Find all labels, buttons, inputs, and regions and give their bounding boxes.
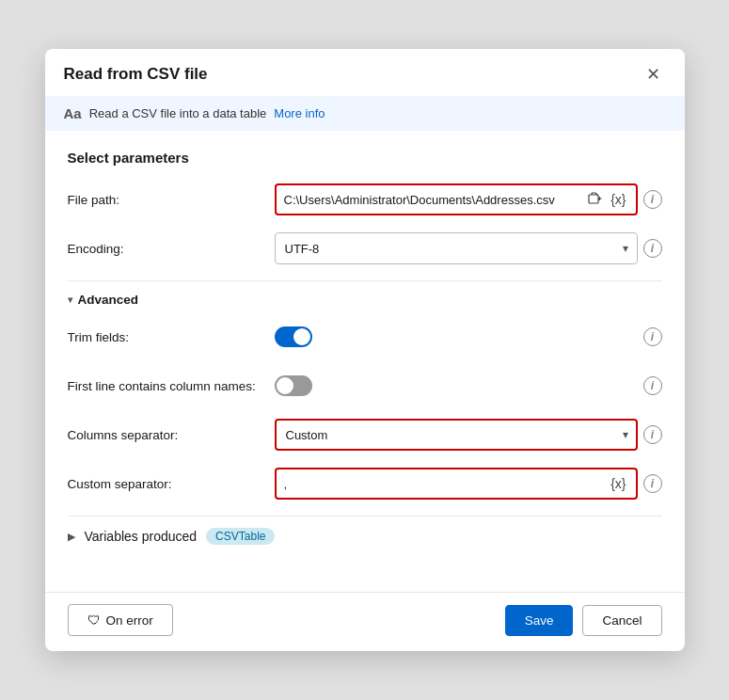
first-line-toggle-knob [277,377,293,394]
first-line-row: First line contains column names: i [68,369,662,403]
shield-icon: 🛡 [87,612,101,628]
dialog-footer: 🛡 On error Save Cancel [45,592,685,651]
trim-fields-row: Trim fields: i [68,320,662,354]
file-path-control-wrap: C:\Users\Administrator\Documents\Address… [275,183,662,215]
encoding-control-wrap: UTF-8 ASCII Unicode UTF-16 ▾ i [275,232,662,264]
file-path-info-icon: i [643,190,662,209]
custom-sep-info-icon: i [643,474,662,493]
dialog-header: Read from CSV file ✕ [45,49,685,96]
custom-sep-var-icon[interactable]: {x} [609,476,627,491]
advanced-chevron-icon: ▾ [68,294,72,305]
variables-badge: CSVTable [206,528,275,545]
on-error-button[interactable]: 🛡 On error [68,604,173,636]
trim-fields-toggle-knob [293,328,310,345]
columns-sep-control-wrap: System default Comma Semicolon Tab Custo… [275,419,662,451]
close-button[interactable]: ✕ [641,64,666,85]
first-line-label: First line contains column names: [68,379,275,393]
first-line-control-wrap: i [275,375,662,396]
variable-icon[interactable]: {x} [609,192,627,207]
encoding-info-icon: i [643,239,662,258]
first-line-toggle[interactable] [275,375,312,396]
first-line-toggle-wrap [275,375,312,396]
columns-sep-row: Columns separator: System default Comma … [68,418,662,452]
save-button[interactable]: Save [505,605,574,636]
cancel-button[interactable]: Cancel [582,605,661,636]
divider [68,280,662,281]
variables-produced-row: ▶ Variables produced CSVTable [68,528,662,545]
on-error-label: On error [106,613,153,628]
dialog-body: Select parameters File path: C:\Users\Ad… [45,131,685,592]
svg-rect-0 [589,195,598,203]
variables-collapse-arrow[interactable]: ▶ [68,531,75,543]
custom-sep-label: Custom separator: [68,477,275,491]
first-line-info-icon: i [643,376,662,395]
custom-sep-input[interactable]: , {x} [275,468,638,500]
footer-right: Save Cancel [505,605,662,636]
dialog-title: Read from CSV file [64,65,208,84]
custom-sep-value: , [284,477,610,491]
aa-icon: Aa [64,105,82,121]
encoding-row: Encoding: UTF-8 ASCII Unicode UTF-16 ▾ i [68,231,662,265]
advanced-label: Advanced [78,293,139,307]
file-browse-icon[interactable] [586,191,605,209]
trim-fields-toggle-wrap [275,326,312,347]
file-path-input[interactable]: C:\Users\Administrator\Documents\Address… [275,183,638,215]
columns-sep-select-wrap: System default Comma Semicolon Tab Custo… [275,419,638,451]
encoding-select-wrap: UTF-8 ASCII Unicode UTF-16 ▾ [275,232,638,264]
info-banner: Aa Read a CSV file into a data table Mor… [45,96,685,131]
encoding-label: Encoding: [68,242,275,256]
custom-sep-control-wrap: , {x} i [275,468,662,500]
encoding-select[interactable]: UTF-8 ASCII Unicode UTF-16 [275,232,638,264]
columns-sep-info-icon: i [643,425,662,444]
file-path-value: C:\Users\Administrator\Documents\Address… [284,193,587,207]
trim-fields-control-wrap: i [275,326,662,347]
file-path-row: File path: C:\Users\Administrator\Docume… [68,183,662,216]
more-info-link[interactable]: More info [274,106,325,120]
custom-sep-row: Custom separator: , {x} i [68,467,662,501]
file-path-label: File path: [68,193,275,207]
trim-fields-info-icon: i [643,327,662,346]
columns-sep-select[interactable]: System default Comma Semicolon Tab Custo… [275,419,638,451]
trim-fields-toggle[interactable] [275,326,312,347]
divider-2 [68,516,662,517]
dialog: Read from CSV file ✕ Aa Read a CSV file … [45,49,685,651]
file-path-icons: {x} [586,191,627,209]
advanced-section-header[interactable]: ▾ Advanced [68,293,662,307]
section-title: Select parameters [68,150,662,166]
banner-description: Read a CSV file into a data table [89,106,267,120]
variables-produced-label: Variables produced [85,529,198,544]
trim-fields-label: Trim fields: [68,330,275,344]
columns-sep-label: Columns separator: [68,428,275,442]
